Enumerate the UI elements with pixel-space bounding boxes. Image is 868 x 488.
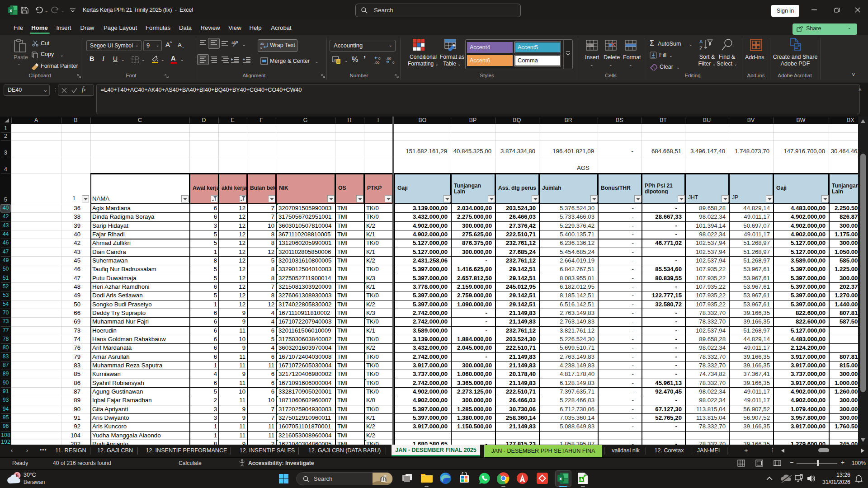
svg-text:x: x [9,8,12,13]
svg-text:.00: .00 [374,61,380,64]
svg-text:ab: ab [260,42,264,46]
svg-text:6: 6 [16,473,19,478]
svg-text:x: x [559,476,562,481]
svg-text:c: c [260,46,262,49]
svg-text:.00: .00 [386,56,392,61]
svg-text:0: 0 [392,61,395,64]
svg-text:A: A [699,39,703,44]
svg-text:Z: Z [699,46,703,51]
svg-text:¤: ¤ [334,57,336,62]
